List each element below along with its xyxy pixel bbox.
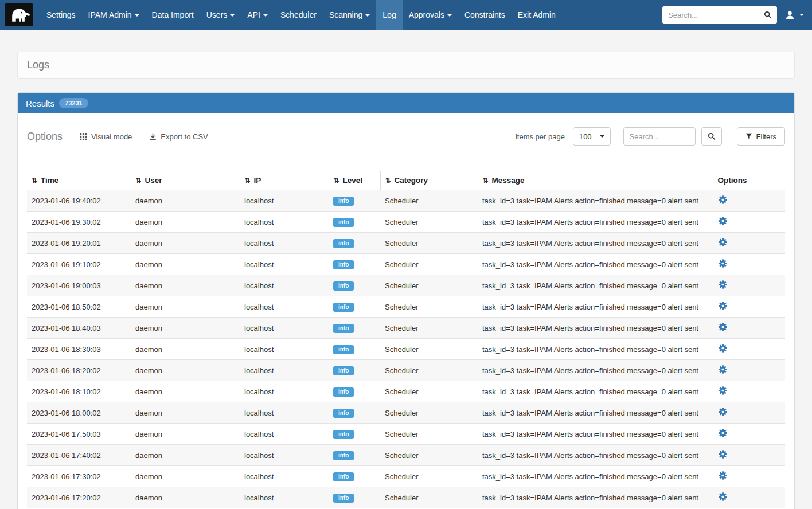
nav-item-exit-admin[interactable]: Exit Admin [512,0,562,30]
log-row: 2023-01-06 17:40:02daemonlocalhostinfoSc… [27,445,785,466]
column-header-level[interactable]: ⇅Level [329,171,380,190]
user-menu-button[interactable] [785,10,804,20]
log-user: daemon [131,318,240,339]
row-options-gear-button[interactable] [717,259,727,268]
row-options-gear-button[interactable] [717,344,727,353]
gear-icon [719,429,727,437]
results-count-badge: 73231 [59,98,88,108]
log-level: info [329,339,380,360]
nav-item-label: Log [382,10,396,19]
row-options-gear-button[interactable] [717,238,727,246]
chevron-down-icon [600,135,604,138]
nav-item-label: Exit Admin [518,10,556,19]
level-info-badge: info [333,303,354,312]
elephant-icon [7,6,31,24]
chevron-down-icon [799,14,804,16]
column-header-category[interactable]: ⇅Category [380,171,478,190]
nav-item-api[interactable]: API [241,0,274,30]
row-options-gear-button[interactable] [717,217,727,225]
log-row: 2023-01-06 18:00:02daemonlocalhostinfoSc… [27,402,785,424]
phpipam-admin-page: SettingsIPAM AdminData ImportUsersAPISch… [0,0,812,509]
log-options [713,296,785,318]
gear-icon [719,280,727,289]
items-per-page-label: items per page [516,132,565,141]
log-level: info [329,487,380,508]
nav-item-settings[interactable]: Settings [40,0,82,30]
row-options-gear-button[interactable] [717,280,727,289]
table-search-button[interactable] [701,127,722,146]
chevron-down-icon [263,14,268,17]
sort-icon: ⇅ [32,177,37,185]
items-per-page-select[interactable]: 100 [573,127,611,146]
table-search-input[interactable] [623,127,696,146]
row-options-gear-button[interactable] [717,450,727,459]
visual-mode-label: Visual mode [91,132,132,141]
phpipam-logo[interactable] [5,3,33,26]
chevron-down-icon [135,14,139,17]
chevron-down-icon [447,14,452,17]
row-options-gear-button[interactable] [717,429,727,437]
visual-mode-button[interactable]: Visual mode [80,132,132,141]
row-options-gear-button[interactable] [717,302,727,310]
nav-item-scanning[interactable]: Scanning [323,0,376,30]
row-options-gear-button[interactable] [717,492,727,501]
nav-item-log[interactable]: Log [376,0,402,30]
column-header-label: Message [492,176,525,185]
log-time: 2023-01-06 18:50:02 [27,296,131,318]
row-options-gear-button[interactable] [717,323,727,331]
nav-item-users[interactable]: Users [200,0,241,30]
column-header-ip[interactable]: ⇅IP [240,171,329,190]
row-options-gear-button[interactable] [717,471,727,480]
log-row: 2023-01-06 18:50:02daemonlocalhostinfoSc… [27,296,785,318]
gear-icon [719,365,727,374]
level-info-badge: info [333,494,354,503]
level-info-badge: info [333,239,354,248]
nav-item-label: Users [206,10,228,19]
log-user: daemon [131,190,240,212]
chevron-down-icon [230,14,235,17]
log-level: info [329,424,380,445]
log-options [713,275,785,296]
log-message: task_id=3 task=IPAM Alerts action=finish… [478,275,713,296]
nav-item-label: Scheduler [280,10,317,19]
log-options [713,360,785,381]
nav-item-constraints[interactable]: Constraints [458,0,512,30]
level-info-badge: info [333,281,354,291]
log-level: info [329,254,380,275]
navbar-search-button[interactable] [758,6,777,24]
results-panel-heading: Results 73231 [18,93,794,113]
log-time: 2023-01-06 19:40:02 [27,190,131,212]
row-options-gear-button[interactable] [717,408,727,416]
gear-icon [719,450,727,459]
column-header-user[interactable]: ⇅User [131,171,240,190]
column-header-label: Options [718,176,747,185]
log-category: Scheduler [380,190,478,212]
nav-item-label: Data Import [152,10,194,19]
row-options-gear-button[interactable] [717,386,727,395]
row-options-gear-button[interactable] [717,195,727,204]
options-title: Options [27,131,63,143]
log-row: 2023-01-06 18:30:03daemonlocalhostinfoSc… [27,339,785,360]
filters-button[interactable]: Filters [737,127,785,146]
filters-label: Filters [756,132,776,141]
log-ip: localhost [240,424,329,445]
export-csv-button[interactable]: Export to CSV [149,132,208,141]
log-row: 2023-01-06 19:00:03daemonlocalhostinfoSc… [27,275,785,296]
log-message: task_id=3 task=IPAM Alerts action=finish… [478,318,713,339]
log-ip: localhost [240,360,329,381]
log-row: 2023-01-06 18:10:02daemonlocalhostinfoSc… [27,381,785,402]
log-row: 2023-01-06 17:50:03daemonlocalhostinfoSc… [27,424,785,445]
nav-item-scheduler[interactable]: Scheduler [274,0,323,30]
nav-item-data-import[interactable]: Data Import [146,0,200,30]
log-category: Scheduler [380,212,478,233]
log-time: 2023-01-06 19:00:03 [27,275,131,296]
log-ip: localhost [240,275,329,296]
column-header-message[interactable]: ⇅Message [478,171,713,190]
nav-item-ipam-admin[interactable]: IPAM Admin [82,0,146,30]
row-options-gear-button[interactable] [717,365,727,374]
nav-item-approvals[interactable]: Approvals [403,0,458,30]
log-category: Scheduler [380,296,478,318]
navbar-search-input[interactable] [662,6,758,24]
column-header-options: Options [713,171,785,190]
column-header-time[interactable]: ⇅Time [27,171,131,190]
